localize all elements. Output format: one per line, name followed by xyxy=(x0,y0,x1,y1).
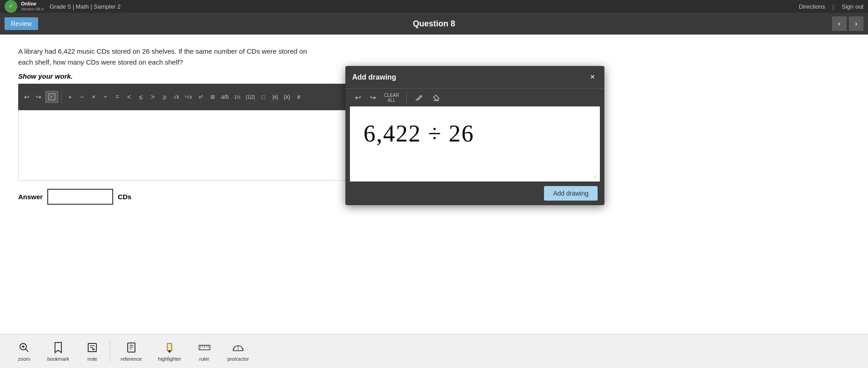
drawing-undo-button[interactable]: ↩ xyxy=(352,91,364,104)
bottom-toolbar: zoom bookmark note xyxy=(0,334,868,368)
pen-button[interactable] xyxy=(412,92,426,104)
minus-button[interactable]: − xyxy=(77,91,87,103)
question-text: A library had 6,422 music CDs stored on … xyxy=(18,46,850,68)
ruler-icon xyxy=(198,341,211,354)
highlighter-tool[interactable]: highlighter xyxy=(150,334,190,368)
online-label: Online xyxy=(21,1,44,7)
matrix-button[interactable]: ⊞ xyxy=(208,91,218,103)
top-bar: ✓ Online Version 68.0 Grade 5 | Math | S… xyxy=(0,0,868,13)
resize-handle[interactable]: ⟋ xyxy=(592,173,599,181)
reference-label: reference xyxy=(120,356,141,362)
bookmark-tool[interactable]: bookmark xyxy=(39,334,77,368)
protractor-tool[interactable]: protractor xyxy=(219,334,257,368)
prev-button[interactable]: ‹ xyxy=(832,16,847,31)
svg-rect-11 xyxy=(128,343,135,352)
signout-link[interactable]: Sign out xyxy=(842,3,863,10)
drawing-canvas[interactable]: 6,422 ÷ 26 ⟋ xyxy=(350,106,600,181)
dialog-toolbar-separator xyxy=(406,92,407,103)
divide-button[interactable]: ÷ xyxy=(100,91,110,103)
next-button[interactable]: › xyxy=(849,16,863,31)
drawing-dialog: Add drawing × ↩ ↪ CLEARALL 6,422 ÷ 26 ⟋ … xyxy=(345,66,604,205)
undo-button[interactable]: ↩ xyxy=(22,91,32,103)
plus-button[interactable]: + xyxy=(65,91,75,103)
question-header: Review Question 8 ‹ › xyxy=(0,13,868,35)
svg-text:T: T xyxy=(50,95,53,100)
lt-button[interactable]: < xyxy=(124,91,134,103)
check-icon: ✓ xyxy=(9,3,13,9)
clear-all-button[interactable]: CLEARALL xyxy=(382,92,401,104)
ruler-label: ruler xyxy=(200,356,210,362)
highlighter-icon xyxy=(163,341,176,354)
highlighter-label: highlighter xyxy=(158,356,181,362)
reference-icon xyxy=(125,341,138,354)
reference-tool[interactable]: reference xyxy=(112,334,150,368)
version-label: Version 68.0 xyxy=(21,7,44,12)
svg-marker-2 xyxy=(434,95,439,101)
row-matrix-button[interactable]: [1|2] xyxy=(244,91,256,103)
logo-area: ✓ Online Version 68.0 Grade 5 | Math | S… xyxy=(5,0,120,13)
bookmark-icon xyxy=(51,341,65,354)
zoom-tool[interactable]: zoom xyxy=(9,334,39,368)
zoom-icon xyxy=(17,341,31,354)
neq-button[interactable]: ≠ xyxy=(294,91,304,103)
abs-button[interactable]: |x| xyxy=(270,91,280,103)
svg-rect-15 xyxy=(167,343,172,351)
online-status: Online Version 68.0 xyxy=(21,1,44,12)
times-button[interactable]: × xyxy=(89,91,99,103)
dialog-title: Add drawing xyxy=(352,73,396,81)
protractor-label: protractor xyxy=(228,356,249,362)
mixed-num-button[interactable]: 1½ xyxy=(232,91,242,103)
handwriting-content: 6,422 ÷ 26 xyxy=(364,120,474,147)
nthrt-button[interactable]: ⁿ√x xyxy=(183,91,194,103)
toolbar-separator-1 xyxy=(61,90,62,104)
text-mode-button[interactable]: T xyxy=(45,91,58,103)
add-drawing-button[interactable]: Add drawing xyxy=(544,186,598,201)
question-line1: A library had 6,422 music CDs stored on … xyxy=(18,46,850,57)
bottom-separator-1 xyxy=(110,340,110,363)
gte-button[interactable]: ≥ xyxy=(160,91,170,103)
work-area[interactable] xyxy=(18,110,359,181)
set-button[interactable]: {x} xyxy=(282,91,292,103)
protractor-icon xyxy=(231,341,245,354)
dialog-header: Add drawing × xyxy=(345,66,604,88)
breadcrumb: Grade 5 | Math | Sampler 2 xyxy=(50,3,120,10)
superscript-button[interactable]: x² xyxy=(196,91,206,103)
note-icon xyxy=(85,341,99,354)
ruler-tool[interactable]: ruler xyxy=(190,334,219,368)
redo-button[interactable]: ↪ xyxy=(34,91,44,103)
drawing-redo-button[interactable]: ↪ xyxy=(367,91,379,104)
answer-input[interactable] xyxy=(47,189,113,205)
note-label: note xyxy=(88,356,97,362)
dialog-footer: Add drawing xyxy=(345,181,604,205)
math-toolbar: ↩ ↪ T + − × ÷ = < ≤ > ≥ √x ⁿ√x x² ⊞ a/b … xyxy=(18,84,359,110)
dialog-toolbar: ↩ ↪ CLEARALL xyxy=(345,88,604,106)
svg-line-5 xyxy=(25,349,28,352)
navigation-buttons: ‹ › xyxy=(832,16,863,31)
answer-label: Answer xyxy=(18,193,43,201)
bookmark-label: bookmark xyxy=(47,356,69,362)
note-tool[interactable]: note xyxy=(77,334,107,368)
question-title: Question 8 xyxy=(413,19,455,29)
lte-button[interactable]: ≤ xyxy=(136,91,146,103)
sqrt-button[interactable]: √x xyxy=(171,91,181,103)
zoom-label: zoom xyxy=(18,356,30,362)
bracket-button[interactable]: □ xyxy=(259,91,269,103)
equals-button[interactable]: = xyxy=(112,91,122,103)
dialog-close-button[interactable]: × xyxy=(587,71,598,83)
directions-link[interactable]: Directions xyxy=(799,3,825,10)
online-badge: ✓ xyxy=(5,0,17,13)
eraser-button[interactable] xyxy=(429,92,443,104)
review-button[interactable]: Review xyxy=(5,17,38,30)
fraction-button[interactable]: a/b xyxy=(219,91,231,103)
answer-unit: CDs xyxy=(118,193,131,201)
top-right-links: Directions || Sign out xyxy=(799,3,863,10)
gt-button[interactable]: > xyxy=(148,91,158,103)
